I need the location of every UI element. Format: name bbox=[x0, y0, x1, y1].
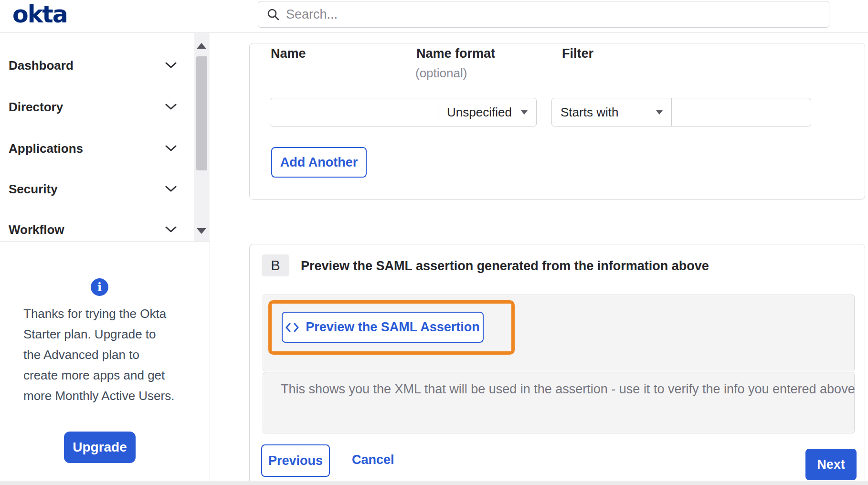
chevron-down-icon bbox=[165, 62, 177, 69]
sidebar-item-directory[interactable]: Directory bbox=[9, 96, 177, 118]
upsell-text: Thanks for trying the Okta Starter plan.… bbox=[23, 304, 175, 406]
name-format-optional-label: (optional) bbox=[415, 66, 467, 81]
caret-down-icon bbox=[656, 110, 663, 115]
name-format-select[interactable]: Unspecified bbox=[438, 98, 537, 127]
search-input[interactable] bbox=[286, 7, 829, 22]
sidebar-item-label: Applications bbox=[9, 141, 83, 156]
highlight-annotation bbox=[268, 300, 515, 355]
upgrade-button[interactable]: Upgrade bbox=[64, 432, 136, 463]
add-another-button[interactable]: Add Another bbox=[271, 147, 367, 178]
name-column-label: Name bbox=[271, 46, 306, 61]
chevron-down-icon bbox=[165, 186, 177, 192]
sidebar-item-security[interactable]: Security bbox=[9, 178, 177, 200]
chevron-down-icon bbox=[165, 226, 177, 233]
info-icon: i bbox=[91, 278, 108, 296]
preview-helper-box bbox=[263, 372, 855, 433]
chevron-down-icon bbox=[165, 145, 177, 152]
name-format-column-label: Name format bbox=[416, 46, 495, 61]
global-search[interactable] bbox=[258, 1, 829, 28]
sidebar-item-workflow[interactable]: Workflow bbox=[9, 219, 177, 241]
attribute-name-input[interactable] bbox=[270, 98, 438, 127]
next-button[interactable]: Next bbox=[805, 449, 857, 480]
chevron-down-icon bbox=[165, 104, 177, 110]
caret-down-icon bbox=[521, 110, 528, 115]
filter-type-value: Starts with bbox=[561, 105, 618, 120]
section-b-title: Preview the SAML assertion generated fro… bbox=[301, 259, 709, 274]
cancel-button[interactable]: Cancel bbox=[352, 453, 394, 467]
okta-admin-screen: okta Dashboard Directory Applications Se… bbox=[0, 0, 868, 485]
sidebar-item-label: Security bbox=[9, 182, 58, 197]
sidebar-item-label: Dashboard bbox=[9, 58, 74, 73]
sidebar-item-dashboard[interactable]: Dashboard bbox=[9, 54, 177, 76]
scroll-up-icon[interactable] bbox=[197, 43, 206, 49]
filter-type-select[interactable]: Starts with bbox=[551, 98, 672, 127]
name-format-value: Unspecified bbox=[447, 105, 512, 120]
sidebar-nav-divider bbox=[0, 241, 210, 242]
sidebar-item-label: Directory bbox=[9, 100, 63, 115]
filter-value-input[interactable] bbox=[671, 98, 811, 127]
filter-column-label: Filter bbox=[562, 46, 593, 61]
sidebar-item-label: Workflow bbox=[9, 222, 64, 237]
sidebar-scrollbar-thumb[interactable] bbox=[196, 56, 207, 170]
preview-helper-text: This shows you the XML that will be used… bbox=[281, 382, 855, 397]
scroll-down-icon[interactable] bbox=[197, 228, 206, 234]
okta-logo: okta bbox=[12, 1, 67, 28]
search-icon bbox=[267, 8, 279, 21]
section-b-badge: B bbox=[262, 254, 289, 276]
sidebar-item-applications[interactable]: Applications bbox=[9, 137, 177, 159]
bottom-scroll-strip[interactable] bbox=[0, 481, 868, 485]
previous-button[interactable]: Previous bbox=[261, 444, 330, 477]
